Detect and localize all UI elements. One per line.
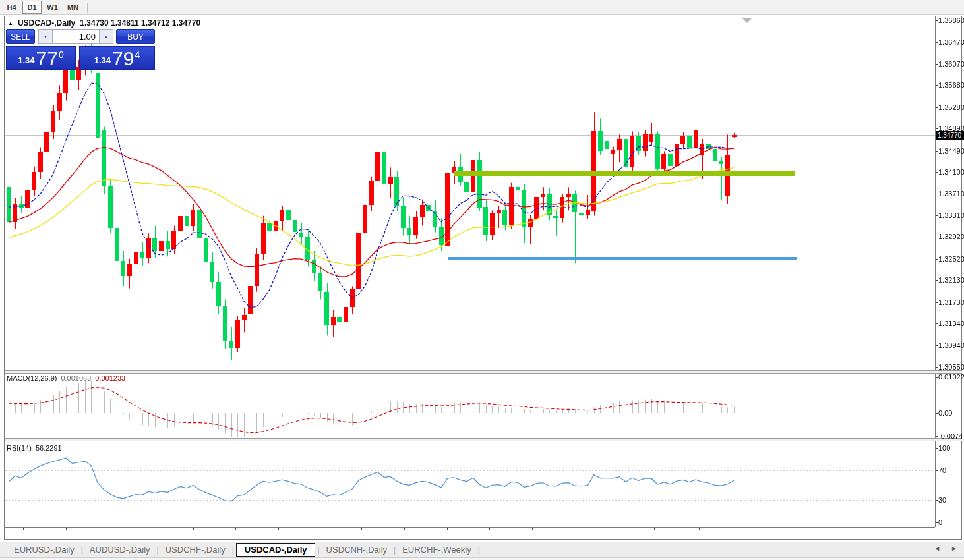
tabbar-scroll: ◄ ► — [934, 545, 957, 552]
macd-label-row: MACD(12,26,9) 0.001068 0.001233 — [7, 374, 125, 382]
tab-eurusd[interactable]: EURUSD-,Daily — [9, 544, 79, 556]
chart-tabbar: EURUSD-,Daily|AUDUSD-,Daily|USDCHF-,Dail… — [0, 542, 964, 557]
price-chart-canvas[interactable] — [0, 0, 964, 560]
volume-stepper: ▼ ▲ — [38, 29, 113, 44]
macd-indicator-label: MACD(12,26,9) — [7, 374, 57, 382]
timeframe-button-w1[interactable]: W1 — [43, 1, 62, 14]
tab-separator: | — [232, 546, 234, 555]
sell-price-sup: 0 — [59, 49, 64, 60]
price-axis-label: 1.32920 — [938, 233, 964, 240]
price-axis-label: 1.31340 — [938, 320, 964, 327]
tab-separator: | — [317, 546, 319, 555]
rsi-label-row: RSI(14) 56.2291 — [7, 444, 62, 452]
volume-increase-icon[interactable]: ▲ — [99, 29, 113, 44]
tab-usdcnh[interactable]: USDCNH-,Daily — [322, 544, 392, 556]
price-axis-label: 1.32130 — [938, 276, 964, 284]
price-axis-label: 1.32520 — [938, 255, 964, 263]
status-strip — [0, 557, 964, 560]
tab-eurchf[interactable]: EURCHF-,Weekly — [398, 544, 476, 556]
price-axis-label: 1.36470 — [938, 38, 964, 46]
rsi-axis-label: 0 — [938, 518, 942, 526]
tab-separator: | — [394, 546, 396, 555]
timeframe-button-d1[interactable]: D1 — [22, 1, 42, 14]
macd-pane-splitter[interactable] — [5, 370, 962, 374]
scroll-right-icon[interactable]: ► — [951, 545, 957, 552]
rsi-axis-label: 100 — [938, 444, 950, 452]
macd-signal-value: 0.001233 — [95, 374, 125, 382]
buy-price-sup: 4 — [135, 49, 140, 60]
sell-button[interactable]: SELL — [6, 29, 35, 44]
rsi-axis-label: 30 — [938, 496, 946, 504]
price-axis-label: 1.30550 — [938, 363, 964, 371]
price-axis-label: 1.36860 — [938, 16, 964, 24]
current-price-tag: 1.34770 — [936, 131, 964, 140]
price-axis-label: 1.31730 — [938, 298, 964, 306]
rsi-axis-label: 70 — [938, 466, 946, 474]
timeframe-button-mn[interactable]: MN — [63, 1, 82, 14]
collapse-arrow-icon[interactable]: ▲ — [8, 20, 13, 26]
buy-button[interactable]: BUY — [116, 29, 155, 44]
timeframe-button-h4[interactable]: H4 — [2, 1, 21, 14]
price-axis-label: 1.34100 — [938, 168, 964, 176]
sell-price-display[interactable]: 1.34770 — [6, 46, 76, 70]
symbol-header: ▲ USDCAD-,Daily 1.34730 1.34811 1.34712 … — [8, 18, 200, 28]
rsi-pane-splitter[interactable] — [5, 438, 962, 441]
symbol-title: USDCAD-,Daily — [18, 18, 75, 28]
macd-main-value: 0.001068 — [61, 374, 91, 382]
date-axis-line — [5, 527, 935, 528]
price-axis-label: 1.36070 — [938, 60, 964, 68]
buy-price-display[interactable]: 1.34794 — [79, 46, 155, 70]
volume-decrease-icon[interactable]: ▼ — [38, 29, 53, 44]
tab-separator: | — [81, 546, 83, 555]
tab-separator: | — [157, 546, 159, 555]
price-axis-line — [935, 16, 936, 527]
price-axis-label: 1.35280 — [938, 103, 964, 111]
sell-price-prefix: 1.34 — [18, 55, 34, 65]
one-click-trade-panel: SELL ▼ ▲ BUY 1.34770 1.34794 — [6, 29, 155, 70]
buy-price-main: 79 — [112, 50, 134, 67]
scroll-left-icon[interactable]: ◄ — [934, 545, 940, 552]
price-axis-label: 1.33310 — [938, 211, 964, 219]
macd-axis-label: 0.00 — [938, 409, 952, 417]
tab-separator: | — [478, 546, 480, 555]
price-axis-label: 1.30940 — [938, 341, 964, 349]
sell-price-main: 77 — [36, 50, 58, 67]
rsi-value: 56.2291 — [36, 444, 62, 452]
price-axis-label: 1.33710 — [938, 190, 964, 198]
volume-input[interactable] — [53, 29, 99, 44]
price-axis-label: 1.34490 — [938, 147, 964, 155]
symbol-ohlc-values: 1.34730 1.34811 1.34712 1.34770 — [80, 18, 200, 28]
tab-usdchf[interactable]: USDCHF-,Daily — [161, 544, 230, 556]
macd-axis-label: 0.010229 — [938, 373, 964, 381]
macd-axis-label: -0.007477 — [938, 432, 964, 440]
toolbar-separator — [87, 3, 88, 13]
buy-price-prefix: 1.34 — [94, 55, 111, 65]
timeframe-toolbar: H4D1W1MN — [0, 0, 964, 15]
tab-usdcad[interactable]: USDCAD-,Daily — [236, 543, 316, 557]
tab-audusd[interactable]: AUDUSD-,Daily — [85, 544, 155, 556]
price-axis-label: 1.35680 — [938, 81, 964, 89]
rsi-indicator-label: RSI(14) — [7, 444, 32, 452]
